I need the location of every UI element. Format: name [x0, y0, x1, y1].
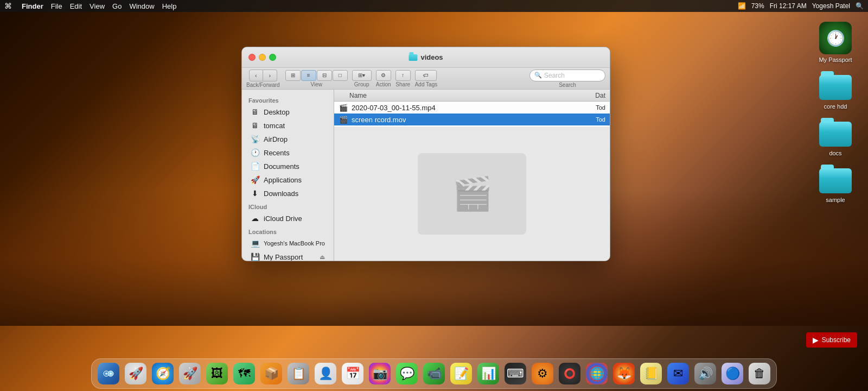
dock-item-numbers[interactable]: 📊 [476, 361, 501, 386]
maximize-button[interactable] [269, 54, 276, 61]
dock-item-stickies[interactable]: 📝 [449, 361, 474, 386]
desktop-icon-docs[interactable]: docs [814, 121, 857, 156]
desktop-icons: 🕐 My Passport core hdd docs [814, 22, 857, 203]
apple-menu[interactable]: ⌘ [4, 2, 12, 10]
search-label: Search [559, 82, 576, 88]
dock-item-contacts[interactable]: 👤 [313, 361, 338, 386]
dock-item-launchpad[interactable]: 🚀 [123, 361, 148, 386]
applications-icon: 🚀 [251, 175, 259, 184]
dock-item-notes[interactable]: 📒 [639, 361, 663, 386]
menubar-user: Yogesh Patel [812, 2, 850, 10]
sidebar-item-mypassport[interactable]: 💾 My Passport ⏏ [244, 250, 331, 261]
close-button[interactable] [248, 54, 256, 61]
dock-item-obs[interactable]: ⭕ [557, 361, 582, 386]
finder-files: Name Dat 🎬 2020-07-03_00-11-55.mp4 Tod 🎬… [334, 90, 610, 261]
menu-view[interactable]: View [90, 2, 105, 10]
dock-item-airmail[interactable]: ✉ [666, 361, 691, 386]
stickies2-icon: 📋 [288, 363, 309, 384]
maps-icon: 🗺 [233, 363, 255, 384]
menubar-search-icon[interactable]: 🔍 [856, 2, 864, 10]
dock-item-trash[interactable]: 🗑 [747, 361, 772, 386]
group-button[interactable]: ⊞▾ [352, 70, 372, 81]
view-column-button[interactable]: ⊟ [317, 70, 332, 81]
finder-content: Favourites 🖥 Desktop 🖥 tomcat 📡 AirDrop … [242, 90, 610, 261]
sidebar-item-macbook[interactable]: 💻 Yogesh's MacBook Pro [244, 237, 331, 250]
dock-item-safari[interactable]: 🧭 [150, 361, 175, 386]
sidebar-label-airdrop: AirDrop [264, 135, 288, 143]
dock-item-sysref[interactable]: ⚙ [530, 361, 555, 386]
desktop-icon-label-sample: sample [826, 197, 845, 203]
sidebar-item-applications[interactable]: 🚀 Applications [244, 173, 331, 186]
file-row-mp4[interactable]: 🎬 2020-07-03_00-11-55.mp4 Tod [334, 102, 610, 113]
header-name[interactable]: Name [339, 92, 562, 99]
forward-button[interactable]: › [263, 70, 277, 81]
tomcat-icon: 🖥 [251, 121, 259, 130]
view-gallery-button[interactable]: □ [333, 70, 348, 81]
mov-file-icon: 🎬 [339, 115, 348, 124]
desktop-icon-sample[interactable]: sample [814, 167, 857, 203]
dock-item-calendar[interactable]: 📅 [340, 361, 365, 386]
share-button[interactable]: ↑ [395, 70, 411, 81]
menubar-wifi-icon[interactable]: 📶 [738, 2, 746, 10]
sidebar-label-tomcat: tomcat [264, 122, 285, 130]
menu-go[interactable]: Go [112, 2, 122, 10]
stickies-icon: 📝 [450, 363, 472, 384]
dock-item-bt[interactable]: 🔵 [720, 361, 745, 386]
dock-item-sound[interactable]: 🔊 [693, 361, 718, 386]
dock-item-photos[interactable]: 📷 [367, 361, 392, 386]
dock-item-maps[interactable]: 🗺 [232, 361, 257, 386]
desktop-icon-label-docs: docs [829, 150, 841, 156]
view-icon-button[interactable]: ⊞ [285, 70, 301, 81]
safari-icon: 🧭 [152, 363, 174, 384]
menu-window[interactable]: Window [129, 2, 154, 10]
view-label: View [310, 81, 322, 87]
desktop-icon-corehdd[interactable]: core hdd [814, 74, 857, 110]
subscribe-badge[interactable]: ▶ Subscribe [806, 332, 857, 348]
desktop-icon-mypassport[interactable]: 🕐 My Passport [814, 22, 857, 63]
sidebar-item-tomcat[interactable]: 🖥 tomcat [244, 119, 331, 132]
file-row-mov[interactable]: 🎬 screen rcord.mov Tod [334, 113, 610, 125]
sidebar-item-icloud[interactable]: ☁ iCloud Drive [244, 212, 331, 225]
app-name[interactable]: Finder [22, 2, 43, 10]
sidebar-item-desktop[interactable]: 🖥 Desktop [244, 105, 331, 118]
menu-edit[interactable]: Edit [70, 2, 82, 10]
notes-icon: 📒 [640, 363, 662, 384]
search-box[interactable]: 🔍 Search [529, 70, 605, 81]
header-date[interactable]: Dat [562, 92, 605, 99]
minimize-button[interactable] [259, 54, 266, 61]
dock-item-stickies2[interactable]: 📋 [286, 361, 311, 386]
addtags-button[interactable]: 🏷 [415, 70, 437, 81]
sidebar-item-documents[interactable]: 📄 Documents [244, 160, 331, 173]
dock-item-terminal[interactable]: ⌨ [503, 361, 528, 386]
view-list-button[interactable]: ≡ [301, 70, 316, 81]
dock-item-messages[interactable]: 💬 [394, 361, 419, 386]
sidebar-item-downloads[interactable]: ⬇ Downloads [244, 187, 331, 200]
sidebar-label-documents: Documents [264, 162, 299, 171]
eject-icon[interactable]: ⏏ [320, 254, 325, 261]
action-button[interactable]: ⚙ [376, 70, 391, 81]
back-button[interactable]: ‹ [249, 70, 263, 81]
sidebar-item-recents[interactable]: 🕐 Recents [244, 146, 331, 159]
action-label: Action [376, 81, 391, 87]
icloud-section-title: iCloud [242, 200, 334, 211]
sidebar-item-airdrop[interactable]: 📡 AirDrop [244, 133, 331, 146]
dock-item-rocket[interactable]: 🚀 [177, 361, 202, 386]
icloud-icon: ☁ [251, 214, 259, 223]
trash-icon: 🗑 [749, 363, 770, 384]
menu-help[interactable]: Help [162, 2, 177, 10]
sidebar-label-downloads: Downloads [264, 190, 298, 198]
menubar-battery: 73% [751, 2, 764, 10]
obs-icon: ⭕ [559, 363, 580, 384]
dock-item-finder[interactable] [96, 361, 121, 386]
dock-item-archiver[interactable]: 📦 [259, 361, 284, 386]
archiver-icon: 📦 [260, 363, 282, 384]
dock-item-firefox[interactable]: 🦊 [611, 361, 636, 386]
menu-file[interactable]: File [51, 2, 62, 10]
numbers-icon: 📊 [477, 363, 499, 384]
addtags-label: Add Tags [415, 81, 438, 87]
desktop: ⌘ Finder File Edit View Go Window Help 📶… [0, 0, 868, 391]
dock-item-preview[interactable]: 🖼 [205, 361, 229, 386]
finder-window: videos ‹ › Back/Forward ⊞ ≡ ⊟ □ [241, 47, 610, 261]
dock-item-facetime[interactable]: 📹 [422, 361, 446, 386]
dock-item-chrome[interactable]: 🌐 [584, 361, 609, 386]
